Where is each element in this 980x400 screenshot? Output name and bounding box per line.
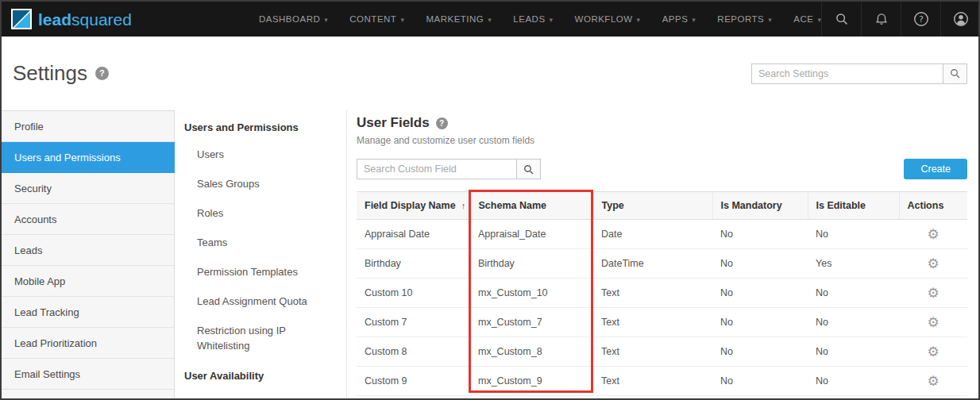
sidebar-item-lead-tracking[interactable]: Lead Tracking bbox=[2, 297, 175, 328]
page-title: Settings bbox=[13, 61, 87, 86]
menu-item-reports[interactable]: REPORTS bbox=[717, 14, 772, 24]
chevron-down-icon bbox=[550, 14, 554, 24]
menu-item-workflow[interactable]: WORKFLOW bbox=[575, 14, 641, 24]
menu-item-label: DASHBOARD bbox=[259, 14, 320, 24]
cell-is-mandatory: No bbox=[712, 279, 808, 308]
cell-schema-name: mx_Custom_9 bbox=[470, 367, 593, 396]
subnav-item-roles[interactable]: Roles bbox=[175, 198, 346, 228]
column-header-schema-name[interactable]: Schema Name bbox=[470, 192, 593, 220]
cell-is-editable: Yes bbox=[808, 249, 899, 279]
chevron-down-icon bbox=[768, 14, 772, 24]
menu-item-label: APPS bbox=[662, 14, 689, 24]
menu-item-marketing[interactable]: MARKETING bbox=[426, 14, 492, 24]
row-actions-gear-icon[interactable] bbox=[927, 288, 939, 300]
cell-is-editable: No bbox=[808, 337, 899, 367]
table-row: Appraisal Date Appraisal_Date Date No No bbox=[357, 220, 967, 249]
settings-content: Profile Users and Permissions Security A… bbox=[2, 110, 978, 398]
subnav-item-permission-templates[interactable]: Permission Templates bbox=[175, 257, 346, 287]
settings-search-input[interactable] bbox=[752, 64, 943, 83]
row-actions-gear-icon[interactable] bbox=[927, 376, 939, 388]
menu-item-dashboard[interactable]: DASHBOARD bbox=[259, 14, 328, 24]
cell-is-mandatory: No bbox=[712, 367, 808, 396]
create-button[interactable]: Create bbox=[904, 159, 967, 179]
row-actions-gear-icon[interactable] bbox=[927, 229, 939, 241]
row-actions-gear-icon[interactable] bbox=[927, 347, 939, 359]
column-header-is-mandatory[interactable]: Is Mandatory bbox=[712, 192, 808, 220]
subnav-item-users[interactable]: Users bbox=[175, 140, 346, 169]
row-actions-gear-icon[interactable] bbox=[927, 259, 939, 271]
cell-schema-name: Birthday bbox=[470, 249, 593, 279]
subnav-item-restriction-ip-whitelisting[interactable]: Restriction using IP Whitelisting bbox=[175, 316, 346, 360]
table-row: Birthday Birthday DateTime No Yes bbox=[357, 249, 967, 279]
menu-item-leads[interactable]: LEADS bbox=[513, 14, 553, 24]
sidebar-item-lead-prioritization[interactable]: Lead Prioritization bbox=[2, 328, 175, 359]
custom-field-search-box bbox=[357, 159, 541, 179]
column-header-actions[interactable]: Actions bbox=[899, 192, 967, 220]
column-header-is-editable[interactable]: Is Editable bbox=[808, 192, 899, 220]
user-fields-table: Field Display Name Schema Name Type Is M… bbox=[357, 191, 967, 396]
sidebar-item-notifications[interactable]: Notifications bbox=[2, 390, 175, 398]
search-icon bbox=[949, 67, 961, 79]
cell-is-editable: No bbox=[808, 279, 899, 308]
cell-type: Text bbox=[593, 308, 712, 337]
table-row: Custom 8 mx_Custom_8 Text No No bbox=[357, 337, 967, 367]
custom-field-search-input[interactable] bbox=[357, 160, 516, 179]
menu-item-label: MARKETING bbox=[426, 14, 484, 24]
menu-item-label: CONTENT bbox=[349, 14, 396, 24]
cell-type: Date bbox=[593, 220, 712, 249]
settings-help-icon[interactable] bbox=[95, 67, 109, 80]
leadsquared-logo[interactable]: leadsquared bbox=[11, 9, 132, 29]
sidebar-item-security[interactable]: Security bbox=[2, 173, 175, 204]
menu-item-label: LEADS bbox=[513, 14, 545, 24]
chevron-down-icon bbox=[692, 14, 696, 24]
cell-schema-name: mx_Custom_10 bbox=[470, 279, 593, 308]
help-icon: ? bbox=[912, 10, 930, 28]
subnav-panel: Users and Permissions Users Sales Groups… bbox=[175, 110, 347, 398]
svg-text:?: ? bbox=[919, 14, 924, 25]
subnav-section-user-availability[interactable]: User Availability bbox=[175, 360, 346, 388]
cell-display-name: Custom 7 bbox=[357, 308, 470, 337]
table-header-row: Field Display Name Schema Name Type Is M… bbox=[357, 192, 967, 220]
table-row: Custom 7 mx_Custom_7 Text No No bbox=[357, 308, 967, 337]
subnav-item-sales-groups[interactable]: Sales Groups bbox=[175, 169, 346, 198]
column-header-field-display-name[interactable]: Field Display Name bbox=[357, 192, 470, 220]
sidebar-item-users-and-permissions[interactable]: Users and Permissions bbox=[2, 142, 175, 173]
sidebar-item-leads[interactable]: Leads bbox=[2, 235, 175, 266]
subnav-section-users-and-permissions[interactable]: Users and Permissions bbox=[175, 112, 346, 140]
menu-item-apps[interactable]: APPS bbox=[662, 14, 696, 24]
navbar-help-button[interactable]: ? bbox=[901, 2, 940, 37]
chevron-down-icon bbox=[637, 14, 641, 24]
cell-is-mandatory: No bbox=[712, 337, 808, 367]
chevron-down-icon bbox=[324, 14, 328, 24]
table-row: Custom 9 mx_Custom_9 Text No No bbox=[357, 367, 967, 396]
settings-search-button[interactable] bbox=[943, 64, 966, 83]
cell-type: Text bbox=[593, 279, 712, 308]
row-actions-gear-icon[interactable] bbox=[927, 317, 939, 329]
sidebar-item-mobile-app[interactable]: Mobile App bbox=[2, 266, 175, 297]
menu-item-content[interactable]: CONTENT bbox=[349, 14, 404, 24]
main-menu: DASHBOARD CONTENT MARKETING LEADS WORKFL… bbox=[259, 14, 822, 24]
subnav-item-lead-assignment-quota[interactable]: Lead Assignment Quota bbox=[175, 287, 346, 316]
sidebar-item-email-settings[interactable]: Email Settings bbox=[2, 359, 175, 390]
navbar-search-button[interactable] bbox=[821, 2, 861, 37]
cell-is-mandatory: No bbox=[712, 249, 808, 279]
bell-icon bbox=[874, 11, 889, 27]
leadsquared-logo-icon bbox=[11, 9, 32, 29]
sidebar-item-accounts[interactable]: Accounts bbox=[2, 204, 175, 235]
custom-field-search-button[interactable] bbox=[516, 160, 540, 179]
cell-display-name: Birthday bbox=[357, 249, 470, 279]
user-fields-help-icon[interactable] bbox=[436, 117, 448, 129]
navbar-user-button[interactable] bbox=[940, 2, 980, 37]
settings-search-box bbox=[751, 63, 967, 84]
subnav-item-teams[interactable]: Teams bbox=[175, 228, 346, 257]
cell-schema-name: mx_Custom_7 bbox=[470, 308, 593, 337]
sidebar-item-profile[interactable]: Profile bbox=[2, 111, 175, 142]
menu-item-ace[interactable]: ACE bbox=[793, 14, 821, 24]
navbar-icon-group: ? bbox=[821, 2, 980, 37]
navbar-notifications-button[interactable] bbox=[861, 2, 901, 37]
column-header-type[interactable]: Type bbox=[593, 192, 712, 220]
settings-header-bar: Settings bbox=[2, 37, 978, 110]
search-icon bbox=[523, 163, 534, 175]
cell-display-name: Appraisal Date bbox=[357, 220, 470, 249]
menu-item-label: ACE bbox=[793, 14, 813, 24]
